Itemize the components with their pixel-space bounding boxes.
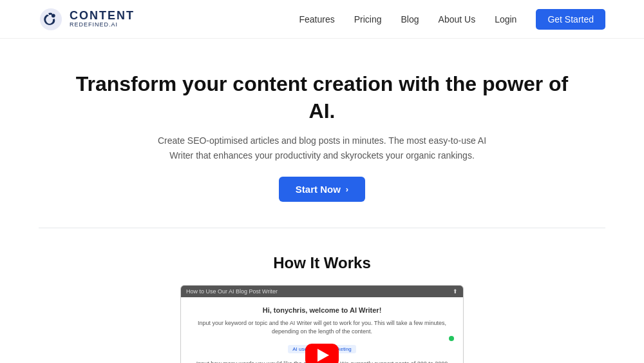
logo[interactable]: CONTENT REDEFINED.AI bbox=[39, 7, 135, 32]
logo-icon bbox=[39, 7, 63, 32]
arrow-icon: › bbox=[346, 184, 348, 194]
hero-subtext: Create SEO-optimised articles and blog p… bbox=[155, 133, 489, 162]
navbar: CONTENT REDEFINED.AI Features Pricing Bl… bbox=[0, 0, 644, 39]
brand-name: CONTENT bbox=[70, 10, 135, 23]
video-topbar: How to Use Our AI Blog Post Writer ⬆ bbox=[181, 286, 463, 297]
youtube-play-button[interactable] bbox=[305, 344, 339, 363]
how-section: How It Works How to Use Our AI Blog Post… bbox=[0, 228, 644, 363]
cta-label: Start Now bbox=[296, 184, 341, 195]
video-embed[interactable]: How to Use Our AI Blog Post Writer ⬆ Hi,… bbox=[180, 285, 464, 363]
brand-sub: REDEFINED.AI bbox=[70, 22, 135, 28]
hero-section: Transform your content creation with the… bbox=[0, 39, 644, 228]
logo-text: CONTENT REDEFINED.AI bbox=[70, 10, 135, 29]
svg-point-1 bbox=[52, 14, 55, 17]
hero-headline: Transform your content creation with the… bbox=[64, 71, 580, 124]
video-content-area: Hi, tonychris, welcome to AI Writer! Inp… bbox=[181, 297, 463, 363]
nav-pricing[interactable]: Pricing bbox=[354, 14, 382, 25]
nav-links: Features Pricing Blog About Us Login Get… bbox=[299, 14, 605, 25]
video-instruction1: Input your keyword or topic and the AI W… bbox=[191, 319, 453, 337]
nav-login[interactable]: Login bbox=[495, 14, 516, 25]
nav-features[interactable]: Features bbox=[299, 14, 334, 25]
nav-get-started[interactable]: Get Started bbox=[536, 9, 605, 30]
green-dot bbox=[449, 336, 454, 341]
how-heading: How It Works bbox=[39, 254, 605, 272]
cta-button[interactable]: Start Now › bbox=[279, 177, 365, 202]
video-tab-labels: How to Use Our AI Blog Post Writer bbox=[186, 288, 278, 295]
svg-point-0 bbox=[40, 8, 62, 30]
nav-blog[interactable]: Blog bbox=[401, 14, 419, 25]
nav-about[interactable]: About Us bbox=[439, 14, 476, 25]
video-controls: ⬆ bbox=[453, 288, 458, 295]
video-welcome: Hi, tonychris, welcome to AI Writer! bbox=[191, 306, 453, 314]
